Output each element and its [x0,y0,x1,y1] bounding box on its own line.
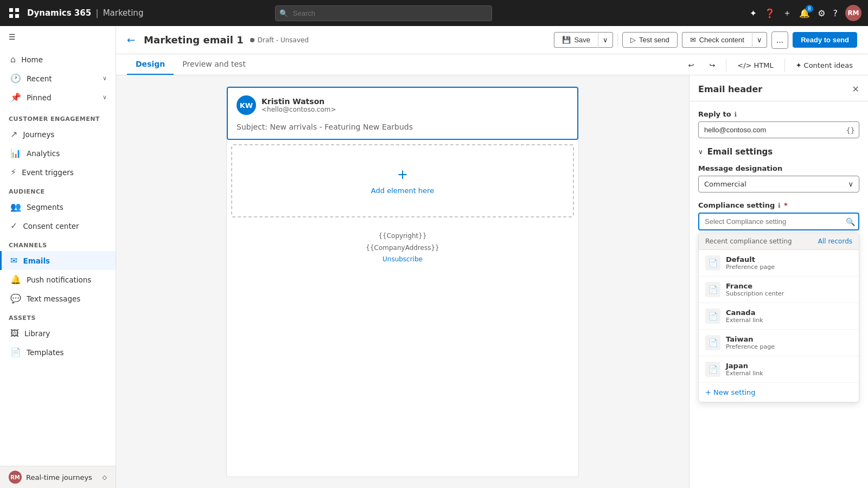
sidebar-item-push-notifications[interactable]: 🔔 Push notifications [0,270,116,289]
message-designation-value: Commercial [704,180,746,188]
panel-header: Email header ✕ [690,75,868,101]
redo-button[interactable]: ↪ [705,59,719,72]
message-designation-label: Message designation [698,164,859,172]
unsubscribe-link[interactable]: Unsubscribe [382,255,423,263]
apps-grid-icon[interactable] [7,5,22,21]
compliance-item-sub-default: Preference page [726,264,775,271]
back-button[interactable]: ← [127,34,135,46]
avatar[interactable]: RM [845,5,861,21]
tab-preview-label: Preview and test [182,60,246,68]
add-element-icon: + [397,167,408,182]
sidebar-label-segments: Segments [27,203,63,211]
check-content-button[interactable]: ✉ Check content [682,32,752,48]
compliance-item-france[interactable]: 📄 France Subscription center [699,277,859,303]
sidebar-item-event-triggers[interactable]: ⚡ Event triggers [0,163,116,182]
sidebar-item-analytics[interactable]: 📊 Analytics [0,144,116,163]
help-icon[interactable]: ? [833,8,838,18]
html-button[interactable]: </> HTML [733,59,777,72]
tab-preview-test[interactable]: Preview and test [174,54,254,75]
copilot-icon[interactable]: ✦ [750,8,757,18]
module-name: Marketing [103,8,144,18]
compliance-item-japan[interactable]: 📄 Japan External link [699,356,859,383]
compliance-item-info-japan: Japan External link [726,362,763,377]
search-input[interactable] [275,5,492,21]
reply-to-info-icon[interactable]: ℹ [735,111,737,118]
undo-button[interactable]: ↩ [684,59,698,72]
sidebar-item-home[interactable]: ⌂ Home [0,50,116,69]
sidebar-footer-rtj[interactable]: RM Real-time journeys ◇ [0,466,116,488]
sender-name: Kristin Watson [261,97,336,106]
section-channels: Channels [0,235,116,251]
message-designation-label-text: Message designation [698,164,782,172]
email-header-card[interactable]: KW Kristin Watson <hello@contoso.com> Su… [227,87,578,140]
email-from: KW Kristin Watson <hello@contoso.com> [228,88,577,123]
sidebar-label-analytics: Analytics [27,149,60,158]
message-designation-select[interactable]: Commercial ∨ [698,176,859,192]
compliance-dropdown-header: Recent compliance setting All records [699,233,859,250]
help-search-icon[interactable]: ❓ [764,8,775,18]
sidebar-item-segments[interactable]: 👥 Segments [0,197,116,216]
compliance-item-info-canada: Canada External link [726,309,763,324]
sidebar-item-library[interactable]: 🖼 Library [0,324,116,343]
sidebar-item-journeys[interactable]: ↗ Journeys [0,125,116,144]
check-content-dropdown[interactable]: ∨ [752,32,767,48]
sidebar-item-emails[interactable]: ✉ Emails [0,251,116,270]
compliance-required: * [784,201,788,209]
compliance-search-wrap: 🔍 [698,213,859,230]
test-send-button[interactable]: ▷ Test send [622,32,678,48]
compliance-item-taiwan[interactable]: 📄 Taiwan Preference page [699,330,859,356]
new-setting-link[interactable]: + New setting [699,383,859,402]
compliance-search-input[interactable] [698,213,859,230]
compliance-item-default[interactable]: 📄 Default Preference page [699,250,859,277]
check-content-label: Check content [699,36,744,44]
footer-company: {{CompanyAddress}} [235,242,570,254]
editor-area: KW Kristin Watson <hello@contoso.com> Su… [116,75,868,488]
content-ideas-button[interactable]: ✦ Content ideas [792,59,857,72]
add-icon[interactable]: ＋ [783,8,792,19]
tab-toolbar: ↩ ↪ </> HTML ✦ Content ideas [684,55,857,75]
sidebar-toggle[interactable]: ☰ [0,26,116,48]
sidebar: ☰ ⌂ Home 🕐 Recent ∨ 📌 Pinned ∨ Customer … [0,26,116,488]
svg-rect-2 [9,14,13,18]
compliance-item-canada[interactable]: 📄 Canada External link [699,303,859,330]
compliance-search-icon: 🔍 [846,217,855,226]
email-canvas: KW Kristin Watson <hello@contoso.com> Su… [116,75,689,488]
sender-email: <hello@contoso.com> [261,106,336,113]
email-body-drop-zone[interactable]: + Add element here [231,144,574,217]
compliance-item-icon-canada: 📄 [705,309,720,324]
sidebar-label-library: Library [24,329,50,338]
notifications-icon[interactable]: 🔔 8 [799,8,810,18]
panel-close-button[interactable]: ✕ [852,84,859,94]
all-records-link[interactable]: All records [818,237,852,245]
compliance-item-sub-france: Subscription center [726,290,784,297]
test-send-label: Test send [639,36,669,44]
analytics-icon: 📊 [10,148,21,158]
compliance-item-sub-canada: External link [726,317,763,324]
sidebar-item-text-messages[interactable]: 💬 Text messages [0,289,116,308]
reply-to-input[interactable] [698,121,859,138]
email-settings-section[interactable]: ∨ Email settings [698,147,859,157]
compliance-item-name-france: France [726,282,784,290]
sidebar-label-text: Text messages [27,294,80,303]
check-content-split: ✉ Check content ∨ [682,32,767,48]
compliance-info-icon[interactable]: ℹ [778,202,781,209]
text-messages-icon: 💬 [10,293,21,304]
sidebar-item-consent-center[interactable]: ✓ Consent center [0,216,116,235]
sidebar-item-templates[interactable]: 📄 Templates [0,343,116,362]
tab-design[interactable]: Design [127,54,174,75]
more-options-button[interactable]: ... [771,31,788,49]
section-customer-engagement: Customer engagement [0,109,116,125]
sidebar-label-pinned: Pinned [27,93,52,102]
html-icon: </> [737,61,751,69]
save-dropdown-button[interactable]: ∨ [598,32,613,48]
sidebar-item-pinned[interactable]: 📌 Pinned ∨ [0,88,116,107]
footer-copyright: {{Copyright}} [235,230,570,242]
compliance-item-name-canada: Canada [726,309,763,317]
svg-rect-3 [15,14,19,18]
save-button[interactable]: 💾 Save [554,32,598,48]
ready-to-send-button[interactable]: Ready to send [793,32,857,48]
templates-icon: 📄 [10,347,21,357]
reply-to-label-text: Reply to [698,110,731,118]
settings-icon[interactable]: ⚙ [818,8,825,18]
sidebar-item-recent[interactable]: 🕐 Recent ∨ [0,69,116,88]
